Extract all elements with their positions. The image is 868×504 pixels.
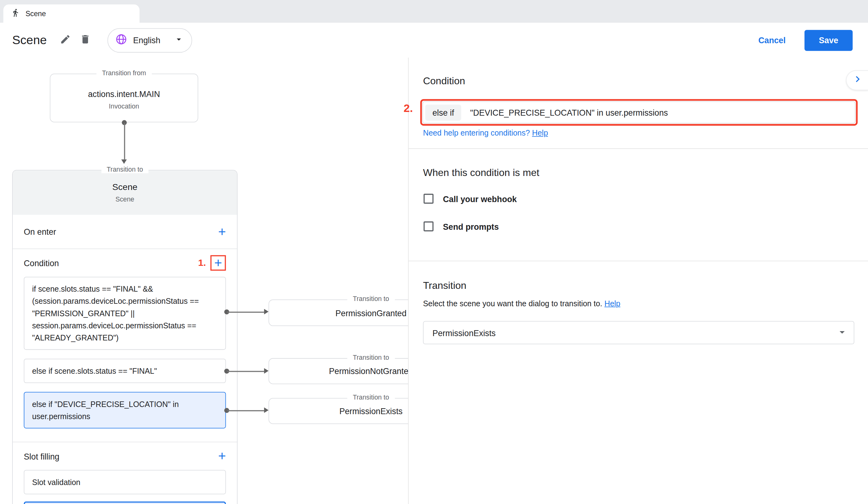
- help-link[interactable]: Help: [532, 128, 548, 137]
- page-title: Scene: [12, 33, 46, 47]
- connector-arrowhead: [121, 159, 127, 164]
- slot-item-partial[interactable]: [24, 502, 226, 504]
- chevron-down-icon: [174, 34, 184, 46]
- transition-description-text: Select the scene you want the dialog to …: [423, 299, 602, 307]
- on-enter-label: On enter: [24, 227, 56, 236]
- globe-icon: [115, 33, 127, 47]
- annotation-box-2: else if "DEVICE_PRECISE_LOCATION" in use…: [420, 99, 857, 126]
- save-button[interactable]: Save: [805, 30, 853, 51]
- scene-card-header[interactable]: Scene Scene: [13, 170, 237, 214]
- condition-help-line: Need help entering conditions? Help: [423, 128, 548, 137]
- connector-arrowhead: [264, 368, 268, 374]
- condition-section: Condition 1. + if scene.slots.status == …: [13, 249, 237, 442]
- condition-item[interactable]: if scene.slots.status == "FINAL" && (ses…: [24, 277, 226, 350]
- connector-arrowhead: [264, 407, 268, 413]
- condition-expression-field[interactable]: else if "DEVICE_PRECISE_LOCATION" in use…: [422, 101, 855, 124]
- actions-builder-app: Scene Scene English Cancel Save: [0, 0, 868, 504]
- transition-to-label: Transition to: [348, 295, 395, 303]
- transition-description: Select the scene you want the dialog to …: [423, 299, 620, 307]
- scene-card-subtitle: Scene: [115, 195, 134, 203]
- tab-strip: Scene: [0, 0, 868, 23]
- header: Scene English Cancel Save: [0, 23, 868, 57]
- target-node-permission-exists[interactable]: Transition to PermissionExists: [268, 398, 408, 424]
- transition-scene-dropdown[interactable]: PermissionExists: [423, 321, 854, 345]
- transition-to-label: Transition to: [348, 354, 395, 361]
- condition-item-selected[interactable]: else if "DEVICE_PRECISE_LOCATION" in use…: [24, 392, 226, 428]
- transition-from-node[interactable]: Transition from actions.intent.MAIN Invo…: [50, 74, 198, 123]
- transition-help-link[interactable]: Help: [604, 299, 620, 307]
- cancel-button[interactable]: Cancel: [758, 35, 786, 45]
- send-prompts-checkbox[interactable]: [424, 221, 434, 231]
- language-selector[interactable]: English: [107, 28, 192, 52]
- transition-heading: Transition: [423, 280, 466, 292]
- connector-line: [227, 312, 264, 313]
- language-label: English: [133, 35, 161, 45]
- connector-line: [124, 123, 125, 159]
- connector-line: [227, 410, 264, 411]
- target-scene-name: PermissionGranted: [335, 308, 407, 317]
- condition-prefix-chip: else if: [425, 104, 461, 120]
- target-scene-name: PermissionExists: [339, 406, 402, 416]
- transition-to-label: Transition to: [101, 165, 148, 173]
- webhook-checkbox[interactable]: [424, 194, 434, 204]
- intent-name: actions.intent.MAIN: [88, 89, 160, 98]
- condition-section-label: Condition: [24, 259, 59, 268]
- scene-card: Transition to Scene Scene On enter + Con…: [12, 170, 238, 504]
- help-text: Need help entering conditions?: [423, 128, 530, 137]
- chevron-down-icon: [836, 326, 848, 340]
- chevron-right-icon: [851, 73, 863, 87]
- slot-item[interactable]: Slot validation: [24, 470, 226, 494]
- scene-tab[interactable]: Scene: [3, 4, 140, 23]
- divider: [409, 261, 868, 262]
- slot-filling-label: Slot filling: [24, 451, 59, 461]
- connector-arrowhead: [264, 309, 268, 314]
- step-2-marker: 2.: [404, 102, 413, 115]
- condition-editor-panel: Condition 2. else if "DEVICE_PRECISE_LOC…: [408, 57, 868, 504]
- target-scene-name: PermissionNotGranted: [329, 367, 408, 376]
- condition-heading: Condition: [423, 75, 465, 87]
- scene-card-title: Scene: [112, 182, 137, 192]
- delete-scene-button[interactable]: [75, 30, 95, 50]
- send-prompts-label: Send prompts: [443, 222, 499, 231]
- tab-label: Scene: [25, 9, 46, 18]
- edit-scene-button[interactable]: [56, 30, 75, 50]
- add-on-enter-button[interactable]: +: [218, 225, 226, 239]
- condition-item[interactable]: else if scene.slots.status == "FINAL": [24, 359, 226, 383]
- scene-graph-canvas: Transition from actions.intent.MAIN Invo…: [0, 57, 408, 504]
- slot-filling-section: Slot filling + Slot validation: [13, 442, 237, 504]
- step-1-marker: 1.: [198, 258, 206, 269]
- annotation-box-1: +: [210, 255, 226, 271]
- connector-line: [227, 371, 264, 372]
- intent-subtitle: Invocation: [109, 102, 139, 110]
- send-prompts-option[interactable]: Send prompts: [424, 221, 499, 231]
- trash-icon: [80, 34, 91, 46]
- divider: [409, 148, 868, 149]
- add-condition-button[interactable]: +: [214, 256, 222, 270]
- target-node-permission-granted[interactable]: Transition to PermissionGranted: [268, 300, 408, 326]
- on-enter-section: On enter +: [13, 215, 237, 249]
- condition-expression-text: "DEVICE_PRECISE_LOCATION" in user.permis…: [470, 107, 668, 117]
- webhook-label: Call your webhook: [443, 194, 517, 203]
- target-node-permission-not-granted[interactable]: Transition to PermissionNotGranted: [268, 358, 408, 384]
- collapse-panel-button[interactable]: [846, 70, 868, 90]
- pencil-icon: [60, 34, 71, 46]
- transition-scene-value: PermissionExists: [432, 328, 495, 337]
- add-slot-button[interactable]: +: [218, 450, 226, 463]
- transition-to-label: Transition to: [348, 393, 395, 401]
- when-met-heading: When this condition is met: [423, 167, 539, 179]
- transition-from-label: Transition from: [96, 69, 152, 77]
- walk-icon: [11, 8, 20, 19]
- webhook-option[interactable]: Call your webhook: [424, 194, 517, 204]
